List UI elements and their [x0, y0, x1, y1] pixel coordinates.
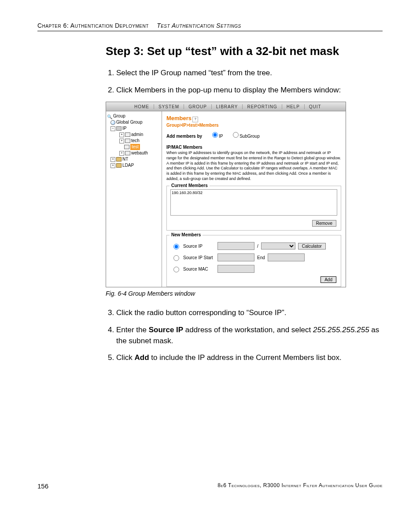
- tree-tech[interactable]: tech: [131, 138, 140, 144]
- header-chapter: Chapter 6: Authentication Deployment: [37, 22, 149, 29]
- radio-ip[interactable]: [212, 132, 218, 138]
- remove-button[interactable]: Remove: [312, 220, 336, 227]
- book-icon: [116, 157, 122, 161]
- ipmac-title: IP/MAC Members: [166, 145, 341, 150]
- current-members-fieldset: Current Members 190.160.20.80/32 Remove: [166, 186, 341, 231]
- step-list-bottom: Click the radio button corresponding to …: [106, 308, 383, 363]
- help-text: When using IP addresses to identify grou…: [166, 150, 341, 181]
- tree-test[interactable]: test: [130, 144, 140, 150]
- expand-icon[interactable]: +: [111, 157, 115, 162]
- tree-root[interactable]: Group: [113, 113, 125, 119]
- src-mac-label: Source MAC: [183, 267, 215, 272]
- expand-icon[interactable]: +: [119, 139, 124, 143]
- current-member-item[interactable]: 190.160.20.80/32: [172, 191, 336, 195]
- header-section: Test Authentication Settings: [157, 22, 241, 29]
- menu-library[interactable]: LIBRARY: [212, 104, 243, 109]
- slash-label: /: [257, 244, 258, 249]
- book-title: 8e6 Technologies, R3000 Internet Filter …: [217, 482, 383, 490]
- tree-global[interactable]: Global Group: [116, 119, 142, 125]
- step-list-top: Select the IP Group named “test” from th…: [106, 68, 383, 95]
- tree-webauth[interactable]: webauth: [131, 150, 148, 156]
- detail-pane: Members? Group>IP>test>Members Add membe…: [162, 111, 346, 287]
- tree-nt[interactable]: NT: [122, 156, 128, 162]
- app-screenshot: HOME SYSTEM GROUP LIBRARY REPORTING HELP…: [106, 102, 346, 287]
- step-4: Enter the Source IP address of the works…: [116, 325, 383, 346]
- new-members-legend: New Members: [169, 232, 203, 237]
- end-label: End: [257, 255, 265, 260]
- tree-pane: 🔍Group Global Group −IP +admin +tech tes…: [106, 111, 162, 287]
- expand-icon[interactable]: +: [111, 163, 115, 168]
- source-ip-input[interactable]: [217, 242, 254, 250]
- step-3: Click the radio button corresponding to …: [116, 308, 383, 319]
- monitor-icon: [124, 145, 129, 149]
- menu-help[interactable]: HELP: [282, 104, 305, 109]
- netmask-select[interactable]: [261, 242, 295, 249]
- tree-admin[interactable]: admin: [131, 132, 143, 138]
- menu-home[interactable]: HOME: [130, 104, 154, 109]
- expand-icon[interactable]: −: [111, 126, 115, 131]
- monitor-icon: [125, 139, 130, 143]
- radio-source-mac[interactable]: [173, 267, 179, 272]
- addby-label: Add members by: [166, 134, 202, 139]
- globe-icon: [111, 120, 115, 125]
- current-members-list[interactable]: 190.160.20.80/32: [170, 189, 337, 216]
- radio-subgroup-label: SubGroup: [239, 134, 260, 139]
- src-ip-label: Source IP: [183, 244, 215, 249]
- radio-subgroup[interactable]: [233, 132, 239, 138]
- menu-system[interactable]: SYSTEM: [154, 104, 184, 109]
- step-title: Step 3: Set up “test” with a 32-bit net …: [106, 44, 383, 58]
- menu-group[interactable]: GROUP: [184, 104, 212, 109]
- monitor-icon: [125, 151, 130, 155]
- cube-icon: [116, 126, 122, 131]
- tree-ldap[interactable]: LDAP: [122, 162, 134, 169]
- content-area: Step 3: Set up “test” with a 32-bit net …: [106, 44, 383, 363]
- expand-icon[interactable]: +: [119, 151, 124, 156]
- menu-reporting[interactable]: REPORTING: [243, 104, 282, 109]
- detail-title: Members: [166, 115, 192, 121]
- monitor-icon: [125, 132, 130, 137]
- radio-source-ip[interactable]: [173, 244, 179, 249]
- expand-icon[interactable]: +: [119, 132, 124, 137]
- source-ip-start-input[interactable]: [217, 253, 254, 261]
- add-button[interactable]: Add: [321, 276, 336, 283]
- figure-caption: Fig. 6-4 Group Members window: [106, 290, 383, 297]
- menu-bar: HOME SYSTEM GROUP LIBRARY REPORTING HELP…: [106, 102, 346, 111]
- radio-ip-label: IP: [219, 134, 223, 139]
- page-number: 156: [37, 482, 48, 490]
- book-icon: [116, 163, 122, 168]
- step-5: Click Add to include the IP address in t…: [116, 352, 383, 363]
- page-footer: 156 8e6 Technologies, R3000 Internet Fil…: [37, 482, 383, 490]
- current-members-legend: Current Members: [169, 183, 210, 188]
- help-icon[interactable]: ?: [192, 117, 198, 122]
- calculator-button[interactable]: Calculator: [298, 243, 326, 249]
- page-header: Chapter 6: Authentication Deployment Tes…: [37, 22, 383, 31]
- radio-source-ip-start[interactable]: [173, 255, 179, 261]
- group-icon: 🔍: [107, 114, 112, 118]
- tree-ip[interactable]: IP: [122, 125, 126, 132]
- src-ip-start-label: Source IP Start: [183, 255, 215, 260]
- new-members-fieldset: New Members Source IP / Calculator Sourc…: [166, 235, 341, 287]
- breadcrumb: Group>IP>test>Members: [166, 123, 341, 128]
- step-1: Select the IP Group named “test” from th…: [116, 68, 383, 79]
- step-2: Click Members in the pop-up menu to disp…: [116, 85, 383, 96]
- source-mac-input[interactable]: [217, 265, 254, 273]
- source-ip-end-input[interactable]: [268, 253, 305, 261]
- menu-quit[interactable]: QUIT: [305, 104, 326, 109]
